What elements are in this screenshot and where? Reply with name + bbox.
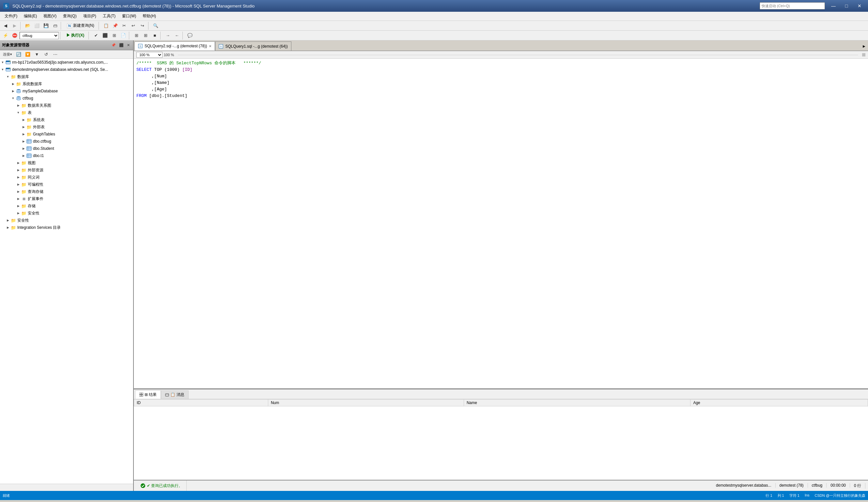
- tab-sqlquery2[interactable]: S SQLQuery2.sql -...g (demotest (78)) ✕: [134, 41, 215, 51]
- expand-views[interactable]: ▶: [16, 160, 21, 165]
- expand-mysampledb[interactable]: ▶: [10, 89, 16, 94]
- query-editor[interactable]: /***** SSMS 的 SelectTopNRows 命令的脚本 *****…: [134, 59, 868, 388]
- minimize-button[interactable]: —: [828, 2, 839, 10]
- tree-storage[interactable]: ▶ 📁 存储: [0, 202, 133, 209]
- tree-extsources[interactable]: ▶ 📁 外部资源: [0, 166, 133, 174]
- tree-dbo-t1[interactable]: ▶ dbo.t1: [0, 152, 133, 159]
- menu-view[interactable]: 视图(V): [40, 12, 60, 20]
- tb-forward[interactable]: ▶: [10, 22, 19, 30]
- expand-tables[interactable]: ▼: [16, 110, 21, 115]
- tb-disconnect[interactable]: ⛔: [10, 32, 19, 40]
- expand-querystorage[interactable]: ▶: [16, 189, 21, 194]
- tree-dbdiagram[interactable]: ▶ 📁 数据库关系图: [0, 102, 133, 109]
- tb-stop[interactable]: ■: [151, 32, 159, 40]
- oe-refresh2-btn[interactable]: ↺: [42, 51, 50, 59]
- tree-security-db[interactable]: ▶ 📁 安全性: [0, 209, 133, 217]
- tb-cut[interactable]: ✂: [120, 22, 128, 30]
- expand-ctfbug[interactable]: ▼: [10, 96, 16, 101]
- expand-systemdb[interactable]: ▶: [10, 81, 16, 86]
- tb-connect[interactable]: ⚡: [1, 32, 10, 40]
- results-grid[interactable]: ID Num Name Age: [134, 399, 868, 480]
- tb-paste[interactable]: 📌: [111, 22, 120, 30]
- expand-storage[interactable]: ▶: [16, 203, 21, 208]
- tree-graphtables[interactable]: ▶ 📁 GraphTables: [0, 131, 133, 138]
- close-button[interactable]: ✕: [854, 2, 865, 10]
- oe-connect-button[interactable]: 连接▾: [1, 51, 14, 59]
- expand-dbo-ctfbug[interactable]: ▶: [21, 139, 26, 144]
- expand-extendedevents[interactable]: ▶: [16, 196, 21, 202]
- tab-scroll-right[interactable]: ▶: [861, 41, 867, 51]
- oe-refresh-btn[interactable]: 🔃: [14, 51, 23, 59]
- tree-tables[interactable]: ▼ 📁 表: [0, 109, 133, 116]
- tb-parse[interactable]: ⬛: [101, 32, 109, 40]
- tb-copy[interactable]: 📋: [102, 22, 110, 30]
- expand-server1[interactable]: ▼: [0, 60, 5, 65]
- database-dropdown[interactable]: ctfbug: [20, 32, 59, 39]
- menu-help[interactable]: 帮助(H): [140, 12, 159, 20]
- expand-systables[interactable]: ▶: [21, 117, 26, 122]
- menu-file[interactable]: 文件(F): [1, 12, 21, 20]
- tree-views[interactable]: ▶ 📁 视图: [0, 159, 133, 166]
- tree-databases[interactable]: ▼ 📁 数据库: [0, 73, 133, 80]
- tb-save[interactable]: 💾: [42, 22, 50, 30]
- oe-close-button[interactable]: ✕: [126, 42, 131, 48]
- tree-systables[interactable]: ▶ 📁 系统表: [0, 116, 133, 123]
- expand-graphtables[interactable]: ▶: [21, 132, 26, 137]
- results-tab-grid[interactable]: ⊞ 结果: [135, 390, 161, 399]
- tree-iscat[interactable]: ▶ 📁 Integration Services 目录: [0, 224, 133, 231]
- quick-search-input[interactable]: [760, 2, 825, 9]
- oe-more-btn[interactable]: ⋯: [51, 51, 59, 59]
- menu-query[interactable]: 查询(Q): [60, 12, 80, 20]
- new-query-button[interactable]: N 新建查询(N): [64, 22, 97, 30]
- tb-text[interactable]: 📄: [119, 32, 127, 40]
- expand-dbo-student[interactable]: ▶: [21, 146, 26, 151]
- oe-float-button[interactable]: ⬛: [118, 42, 125, 48]
- zoom-scroll-left[interactable]: [862, 53, 865, 57]
- tb-results2[interactable]: ⊞: [141, 32, 150, 40]
- tree-synonyms[interactable]: ▶ 📁 同义词: [0, 174, 133, 181]
- menu-window[interactable]: 窗口(W): [119, 12, 140, 20]
- tree-querystorage[interactable]: ▶ 📁 查询存储: [0, 188, 133, 195]
- zoom-select[interactable]: 100 % 75 % 125 %: [136, 52, 163, 58]
- expand-programmability[interactable]: ▶: [16, 182, 21, 187]
- tb-indent[interactable]: →: [164, 32, 172, 40]
- maximize-button[interactable]: □: [840, 2, 852, 10]
- expand-dbdiagram[interactable]: ▶: [16, 103, 21, 108]
- tree-exttables[interactable]: ▶ 📁 外部表: [0, 123, 133, 131]
- tab-sqlquery1[interactable]: S SQLQuery1.sql -...g (demotest (64)): [215, 41, 291, 51]
- execute-button[interactable]: ▶ 执行(X): [63, 32, 87, 40]
- tb-undo[interactable]: ↩: [129, 22, 138, 30]
- tree-mysampledb[interactable]: ▶ mySampleDatabase: [0, 88, 133, 95]
- tab1-close[interactable]: ✕: [209, 44, 211, 48]
- tb-debug[interactable]: 🔍: [152, 22, 160, 30]
- menu-project[interactable]: 项目(P): [80, 12, 100, 20]
- expand-extsources[interactable]: ▶: [16, 167, 21, 173]
- expand-server2[interactable]: ▼: [0, 67, 5, 72]
- expand-dbo-t1[interactable]: ▶: [21, 153, 26, 158]
- tb-back[interactable]: ◀: [1, 22, 10, 30]
- tb-btn1[interactable]: 📂: [23, 22, 32, 30]
- expand-exttables[interactable]: ▶: [21, 124, 26, 130]
- tb-saveall[interactable]: 🗃: [51, 22, 59, 30]
- tree-programmability[interactable]: ▶ 📁 可编程性: [0, 181, 133, 188]
- tree-extendedevents[interactable]: ▶ ⊠ 扩展事件: [0, 195, 133, 202]
- tb-grid[interactable]: ⊞: [110, 32, 118, 40]
- tree-dbo-student[interactable]: ▶ dbo.Student: [0, 145, 133, 152]
- tb-comment[interactable]: 💬: [186, 32, 194, 40]
- tree-server1[interactable]: ▼ rm-bp171v0ao56535dj3jo.sqlserver.rds.a…: [0, 59, 133, 66]
- oe-tree[interactable]: ▼ rm-bp171v0ao56535dj3jo.sqlserver.rds.a…: [0, 59, 133, 484]
- oe-filter2-btn[interactable]: ▼: [33, 51, 41, 59]
- tree-systemdb[interactable]: ▶ 📁 系统数据库: [0, 80, 133, 88]
- tb-outdent[interactable]: ←: [173, 32, 181, 40]
- expand-databases[interactable]: ▼: [5, 74, 10, 79]
- tb-btn2[interactable]: ⬜: [33, 22, 41, 30]
- oe-pin-button[interactable]: 📌: [110, 42, 117, 48]
- expand-security-server[interactable]: ▶: [5, 218, 10, 223]
- tree-server2[interactable]: ▼ demotestmysqlserver.database.windows.n…: [0, 66, 133, 73]
- tb-redo[interactable]: ↪: [138, 22, 147, 30]
- results-tab-messages[interactable]: 📋 消息: [161, 390, 188, 399]
- tb-checkmark[interactable]: ✔: [92, 32, 100, 40]
- menu-tools[interactable]: 工具(T): [100, 12, 119, 20]
- menu-edit[interactable]: 编辑(E): [21, 12, 40, 20]
- oe-scroll-bar[interactable]: [0, 484, 133, 491]
